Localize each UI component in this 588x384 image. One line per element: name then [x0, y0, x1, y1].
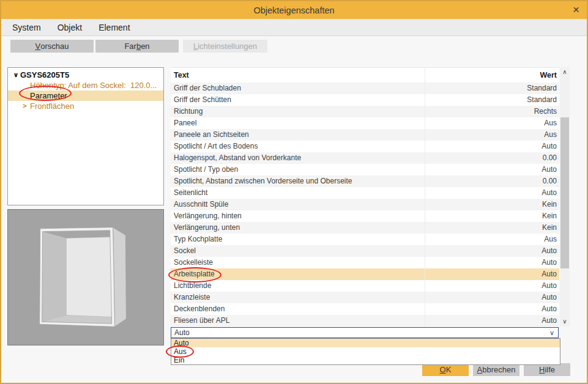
table-row[interactable]: Lichtblende Auto	[171, 280, 559, 292]
menu-item-system[interactable]: System	[12, 23, 41, 32]
row-wert: Standard	[425, 83, 559, 94]
row-wert: Auto	[425, 280, 559, 292]
value-combobox[interactable]: Auto ∨	[171, 327, 559, 338]
close-icon[interactable]: ×	[573, 3, 579, 17]
tab-vorschau[interactable]: Vorschau	[10, 40, 94, 53]
row-text: Griff der Schubladen	[171, 83, 425, 94]
tree-root-gsys6205t5[interactable]: ∨ GSYS6205T5	[8, 70, 163, 80]
tree-item-frontflaechen[interactable]: > Frontflächen	[8, 101, 163, 111]
row-text: Typ Kochplatte	[171, 234, 425, 245]
object-properties-dialog: Objekteigenschaften × System Objekt Elem…	[0, 0, 588, 384]
table-row[interactable]: Verlängerung, unten Kein	[171, 222, 559, 234]
scrollbar-thumb[interactable]	[560, 117, 569, 268]
row-text: Ausschnitt Spüle	[171, 199, 425, 210]
table-body: Griff der Schubladen Standard Griff der …	[171, 83, 559, 327]
row-text: Paneel	[171, 117, 425, 129]
table-row[interactable]: Paneele an Sichtseiten Aus	[171, 129, 559, 141]
property-table: Text Wert Griff der Schubladen Standard …	[171, 67, 559, 327]
row-wert: Aus	[425, 117, 559, 129]
chevron-down-icon[interactable]: ∨	[12, 70, 20, 80]
tree-item-hoehentyp[interactable]: Höhentyp: Auf dem Sockel: 120.0...	[8, 80, 163, 90]
row-wert: Auto	[425, 141, 559, 152]
dropdown-option-auto[interactable]: Auto	[171, 339, 560, 347]
scroll-down-icon[interactable]: ∨	[560, 317, 570, 327]
table-scrollbar[interactable]: ∧ ∨	[560, 67, 570, 327]
hilfe-button[interactable]: Hilfe	[524, 363, 570, 376]
table-row[interactable]: Griff der Schubladen Standard	[171, 83, 559, 94]
column-header-text[interactable]: Text	[171, 68, 425, 83]
combobox-dropdown-list: Auto Aus Ein	[171, 338, 560, 365]
combobox-value: Auto	[171, 328, 546, 337]
table-header: Text Wert	[171, 68, 559, 83]
menu-item-objekt[interactable]: Objekt	[58, 23, 82, 32]
row-wert: Auto	[425, 292, 559, 303]
row-text: Fliesen über APL	[171, 315, 425, 327]
row-wert: Auto	[425, 164, 559, 175]
table-row[interactable]: Sockel Auto	[171, 245, 559, 257]
row-text: Deckenblenden	[171, 303, 425, 315]
row-wert: Auto	[425, 315, 559, 327]
row-wert: Aus	[425, 129, 559, 141]
row-wert: Standard	[425, 94, 559, 106]
dropdown-option-ein[interactable]: Ein	[171, 356, 560, 364]
table-row[interactable]: Halogenspot, Abstand von Vorderkante 0.0…	[171, 152, 559, 164]
ok-button[interactable]: OK	[422, 363, 469, 376]
row-text: Verlängerung, hinten	[171, 210, 425, 222]
cabinet-3d-preview	[8, 210, 163, 345]
row-text: Spotlicht, Abstand zwischen Vorderseite …	[171, 175, 425, 187]
table-row[interactable]: Paneel Aus	[171, 117, 559, 129]
table-row[interactable]: Fliesen über APL Auto	[171, 315, 559, 327]
row-text: Verlängerung, unten	[171, 222, 425, 234]
row-wert: Auto	[425, 187, 559, 199]
tree-root-label: GSYS6205T5	[20, 70, 69, 80]
row-text: Sockelleiste	[171, 257, 425, 268]
row-wert: Kein	[425, 222, 559, 234]
row-wert: Rechts	[425, 106, 559, 117]
row-wert: Kein	[425, 210, 559, 222]
dropdown-option-aus[interactable]: Aus	[171, 347, 560, 356]
combobox-chevron-down-icon[interactable]: ∨	[546, 329, 558, 337]
tab-lichteinstellungen: Lichteinstellungen	[183, 40, 267, 53]
title-bar: Objekteigenschaften ×	[1, 1, 587, 19]
menu-item-element[interactable]: Element	[99, 23, 130, 32]
tree-item-parameter[interactable]: Parameter	[8, 90, 163, 101]
row-text: Richtung	[171, 106, 425, 117]
column-header-wert[interactable]: Wert	[425, 68, 559, 83]
row-text: Sockel	[171, 245, 425, 257]
row-wert: Auto	[425, 303, 559, 315]
chevron-right-icon[interactable]: >	[23, 101, 26, 111]
table-row[interactable]: Verlängerung, hinten Kein	[171, 210, 559, 222]
row-text: Lichtblende	[171, 280, 425, 292]
abbrechen-button[interactable]: Abbrechen	[473, 363, 519, 376]
table-row[interactable]: Sockelleiste Auto	[171, 257, 559, 268]
table-row[interactable]: Seitenlicht Auto	[171, 187, 559, 199]
row-wert: Aus	[425, 234, 559, 245]
table-row[interactable]: Ausschnitt Spüle Kein	[171, 199, 559, 210]
table-row[interactable]: Spotlicht / Art des Bodens Auto	[171, 141, 559, 152]
row-wert: Kein	[425, 199, 559, 210]
table-row[interactable]: Spotlicht / Typ oben Auto	[171, 164, 559, 175]
tab-bar: Vorschau Farben Lichteinstellungen	[1, 36, 587, 61]
row-text: Halogenspot, Abstand von Vorderkante	[171, 152, 425, 164]
row-text: Spotlicht / Art des Bodens	[171, 141, 425, 152]
tree-item-label: Parameter	[30, 90, 67, 101]
table-row[interactable]: Typ Kochplatte Aus	[171, 234, 559, 245]
dialog-title: Objekteigenschaften	[253, 6, 334, 15]
row-wert: Auto	[425, 257, 559, 268]
row-text: Arbeitsplatte	[171, 268, 425, 280]
table-row[interactable]: Richtung Rechts	[171, 106, 559, 117]
scroll-up-icon[interactable]: ∧	[560, 67, 570, 77]
tree-item-label: Frontflächen	[30, 101, 74, 111]
row-text: Griff der Schütten	[171, 94, 425, 106]
table-row[interactable]: Deckenblenden Auto	[171, 303, 559, 315]
table-row[interactable]: Griff der Schütten Standard	[171, 94, 559, 106]
tab-farben[interactable]: Farben	[95, 40, 179, 53]
row-text: Paneele an Sichtseiten	[171, 129, 425, 141]
table-row[interactable]: Arbeitsplatte Auto	[171, 268, 559, 280]
row-text: Seitenlicht	[171, 187, 425, 199]
tree-item-label: Höhentyp: Auf dem Sockel: 120.0...	[30, 80, 157, 90]
table-row[interactable]: Spotlicht, Abstand zwischen Vorderseite …	[171, 175, 559, 187]
row-text: Kranzleiste	[171, 292, 425, 303]
table-row[interactable]: Kranzleiste Auto	[171, 292, 559, 303]
menu-bar: System Objekt Element	[1, 19, 587, 36]
